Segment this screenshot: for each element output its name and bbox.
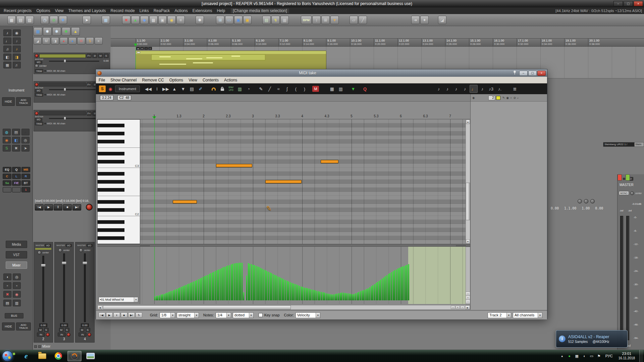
fx-button[interactable]: F×	[87, 111, 92, 116]
fx-shortcut-l[interactable]: L	[12, 174, 21, 179]
no-fx-button[interactable]: ⊘	[92, 54, 97, 58]
docker-icon[interactable]: ◪	[438, 16, 446, 24]
tool-icon[interactable]: ◖	[3, 274, 11, 280]
draw-tool-icon[interactable]: (	[292, 85, 300, 93]
ruler-tick[interactable]: 20.1.000:38.000	[588, 39, 612, 46]
ruler-tick[interactable]: 8.1.000:14.000	[302, 39, 326, 46]
master-fader-left[interactable]	[620, 216, 623, 340]
tool-icon[interactable]: ▤	[12, 129, 20, 135]
track-color-swatch[interactable]	[496, 96, 500, 100]
show-desktop-button[interactable]	[639, 350, 643, 362]
item-rows-icon[interactable]: ▤	[16, 16, 25, 24]
zoom-in-icon[interactable]: +	[466, 296, 470, 300]
zoom-icon[interactable]: ○	[451, 306, 455, 309]
toolbar-icon[interactable]: ≡	[95, 37, 103, 45]
tool-icon[interactable]: ♪	[13, 38, 21, 44]
midi-menu-contents[interactable]: Contents	[200, 78, 221, 82]
zoom-out-icon[interactable]: −	[466, 300, 470, 304]
white-key[interactable]	[98, 176, 140, 180]
white-key[interactable]	[98, 216, 140, 220]
env-icon[interactable]	[44, 122, 46, 125]
grid-dense-icon[interactable]: ▩	[149, 16, 158, 24]
white-key[interactable]	[98, 204, 140, 208]
pause-button[interactable]: ‖	[54, 204, 62, 210]
scroll-right-icon[interactable]: ▶	[465, 305, 470, 309]
item-blue-icon[interactable]: ◆	[140, 16, 149, 24]
maximize-button[interactable]: ▢	[624, 1, 633, 6]
midi-editor-titlebar[interactable]: MIDI take – ▢ ×	[96, 69, 547, 77]
toolbar-icon[interactable]: ▼	[179, 85, 187, 93]
knob-icon[interactable]	[584, 199, 588, 203]
fx-shortcut-c[interactable]: C	[3, 174, 11, 179]
menu-reapack[interactable]: ReaPack	[151, 8, 172, 13]
toolbar-icon[interactable]: ◔	[245, 85, 253, 93]
track-select[interactable]: Track 2▼	[488, 312, 511, 318]
solo-button[interactable]: S	[99, 85, 106, 92]
ruler-tick[interactable]: 5.1.000:08.000	[231, 39, 255, 46]
close-button[interactable]: ×	[634, 1, 643, 6]
black-key[interactable]	[98, 124, 140, 128]
divider-handle[interactable]	[140, 245, 150, 246]
item-grid-icon[interactable]: ▦	[7, 16, 16, 24]
routing-icon[interactable]: ▤	[262, 16, 271, 24]
go-end-button[interactable]: ▶I	[72, 204, 81, 210]
grid-snap-icon[interactable]: ▦	[102, 16, 110, 24]
knob-icon[interactable]	[590, 199, 595, 203]
hide-button[interactable]: HIDE	[2, 97, 15, 106]
ruler-tick[interactable]: 16.1.000:30.000	[493, 39, 517, 46]
menu-icon[interactable]: ≣	[511, 85, 519, 93]
horizontal-scrollbar[interactable]: ◀ ○ + − ▶	[97, 305, 470, 310]
toolbar-icon[interactable]: I	[153, 85, 161, 93]
note-length-icon[interactable]: ♪	[461, 85, 469, 93]
toolbar-icon[interactable]: ▲	[71, 27, 80, 36]
menu-actions[interactable]: Actions	[172, 8, 190, 13]
fx-shortcut-bt[interactable]: BT	[21, 180, 30, 186]
scroll-left-icon[interactable]: ◀	[98, 305, 102, 309]
black-key[interactable]	[98, 180, 140, 184]
draw-tool-icon[interactable]: ∫	[283, 85, 291, 93]
toolbar-icon[interactable]: M	[77, 37, 85, 45]
tool-icon[interactable]: ♬	[13, 62, 21, 68]
bypass-fx-icon[interactable]: ⊘	[50, 16, 58, 24]
toolbar-icon[interactable]: ▤	[188, 85, 196, 93]
white-key[interactable]	[98, 120, 140, 124]
nav-media[interactable]: Media	[6, 241, 27, 248]
midi-menu-show-channel[interactable]: Show Channel	[108, 78, 139, 82]
black-key[interactable]	[98, 140, 140, 144]
divider-handle[interactable]	[456, 245, 466, 246]
draw-tool-icon[interactable]: ╱	[266, 85, 274, 93]
close-button[interactable]: ×	[537, 71, 546, 76]
mono-button[interactable]: MONO	[619, 191, 629, 195]
toolbar-icon[interactable]: ✱	[62, 27, 70, 36]
pan-knob[interactable]	[35, 64, 39, 68]
record-arm-button[interactable]	[88, 333, 91, 337]
midi-note-c-3[interactable]	[321, 160, 338, 163]
grid-box-icon[interactable]: ▣	[158, 16, 167, 24]
menu-options[interactable]: Options	[34, 8, 52, 13]
toolbar-icon[interactable]: ◀◀	[144, 85, 152, 93]
tool-icon[interactable]: ♪	[3, 29, 11, 36]
lock-icon[interactable]	[218, 85, 226, 93]
note-length-icon[interactable]: ♪	[435, 85, 443, 93]
menu-record-mode[interactable]: Record mode	[108, 8, 137, 13]
add-track-button[interactable]: ADDTRACK	[16, 97, 31, 106]
tool-icon[interactable]: ▦	[3, 62, 11, 68]
black-key[interactable]	[98, 132, 140, 136]
tool-icon[interactable]: ◧	[3, 54, 11, 60]
go-end-button[interactable]: ▶I	[128, 312, 135, 318]
white-key[interactable]	[98, 168, 140, 172]
black-key[interactable]	[98, 228, 140, 232]
monitor-icon[interactable]: ▭	[225, 16, 233, 24]
flag-icon[interactable]: ⚑	[596, 353, 602, 359]
ruler-tick[interactable]: 4.1.000:06.000	[207, 39, 231, 46]
mute-button[interactable]: M	[312, 86, 319, 92]
mixer-tab[interactable]: Mixer	[34, 345, 50, 348]
go-start-button[interactable]: I◀	[99, 312, 105, 318]
tool-icon[interactable]: ◨	[13, 54, 21, 60]
taskbar-app-image-viewer[interactable]	[84, 351, 98, 361]
go-start-button[interactable]: I◀	[35, 204, 44, 210]
settings-grid-icon[interactable]: ▦	[574, 353, 580, 359]
note-length-icon[interactable]: ♩	[470, 85, 478, 93]
black-key[interactable]	[98, 208, 140, 212]
white-key[interactable]	[98, 196, 140, 200]
